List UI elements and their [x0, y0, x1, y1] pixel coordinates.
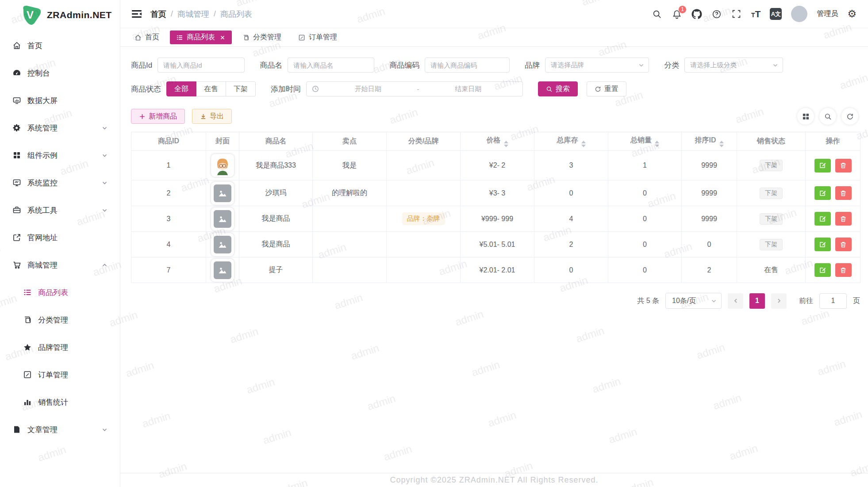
edit-button[interactable] — [814, 238, 831, 251]
breadcrumb-page[interactable]: 商品列表 — [220, 9, 252, 19]
sidebar-item-sales-stats[interactable]: 销售统计 — [0, 388, 120, 416]
sort-icon[interactable] — [504, 141, 508, 147]
sidebar-item-category[interactable]: 分类管理 — [0, 306, 120, 334]
sort-icon[interactable] — [655, 141, 659, 147]
sidebar-item-brand[interactable]: 品牌管理 — [0, 334, 120, 361]
product-cover-image[interactable] — [211, 207, 234, 230]
brand-select[interactable]: 请选择品牌 — [545, 58, 649, 73]
fullscreen-icon[interactable] — [731, 9, 742, 19]
sidebar-item-monitor[interactable]: 系统监控 — [0, 169, 120, 196]
breadcrumb-group[interactable]: 商城管理 — [177, 9, 209, 19]
avatar[interactable] — [791, 6, 807, 22]
sidebar: V ZRAdmin.NET 首页 控制台 数据大屏 系统管理 组件示例 系统 — [0, 0, 120, 487]
delete-button[interactable] — [835, 186, 852, 200]
sidebar-item-product-list[interactable]: 商品列表 — [0, 279, 120, 306]
sort-icon[interactable] — [719, 141, 724, 147]
sidebar-item-console[interactable]: 控制台 — [0, 59, 120, 87]
col-price[interactable]: 价格 — [461, 132, 534, 151]
col-sort-id[interactable]: 排序ID — [682, 132, 737, 151]
sidebar-item-components[interactable]: 组件示例 — [0, 142, 120, 169]
edit-button[interactable] — [814, 263, 831, 277]
filter-product-code: 商品编码 — [389, 58, 510, 73]
image-placeholder-icon — [214, 261, 231, 279]
product-cover-image[interactable] — [211, 259, 234, 282]
tab-home[interactable]: 首页 — [128, 31, 165, 44]
brand-logo[interactable]: V ZRAdmin.NET — [0, 0, 120, 29]
sidebar-item-system[interactable]: 系统管理 — [0, 114, 120, 142]
trash-icon — [840, 241, 847, 248]
edit-button[interactable] — [814, 212, 831, 226]
product-name-input[interactable] — [288, 58, 374, 73]
product-table: 商品ID 封面 商品名 卖点 分类/品牌 价格 总库存 总销量 排序ID 销售状… — [131, 132, 860, 283]
cell-actions — [806, 180, 860, 206]
cell-stock: 4 — [534, 206, 608, 232]
toggle-search-icon[interactable] — [819, 108, 836, 125]
product-id-input[interactable] — [157, 58, 245, 73]
edit-button[interactable] — [814, 159, 831, 173]
product-cover-image[interactable] — [211, 233, 234, 256]
edit-pencil-icon — [819, 162, 826, 169]
chevron-down-icon — [638, 62, 644, 68]
help-icon[interactable] — [711, 9, 722, 19]
breadcrumb: 首页 / 商城管理 / 商品列表 — [150, 9, 252, 19]
sidebar-item-tools[interactable]: 系统工具 — [0, 196, 120, 224]
sidebar-item-order[interactable]: 订单管理 — [0, 361, 120, 388]
page-number-current[interactable]: 1 — [749, 293, 765, 309]
col-sales[interactable]: 总销量 — [608, 132, 682, 151]
table-header-row: 商品ID 封面 商品名 卖点 分类/品牌 价格 总库存 总销量 排序ID 销售状… — [131, 132, 860, 151]
date-range-picker[interactable]: 开始日期 - 结束日期 — [306, 81, 523, 96]
sidebar-collapse-icon[interactable] — [131, 8, 142, 20]
date-end-placeholder: 结束日期 — [419, 85, 518, 93]
filter-label: 品牌 — [525, 60, 540, 70]
sidebar-item-label: 文章管理 — [27, 425, 58, 435]
delete-button[interactable] — [835, 159, 852, 173]
search-button[interactable]: 搜索 — [538, 81, 578, 96]
user-name[interactable]: 管理员 — [817, 9, 838, 19]
notifications-bell-icon[interactable]: 1 — [672, 9, 682, 19]
sidebar-item-datascreen[interactable]: 数据大屏 — [0, 87, 120, 114]
settings-gear-icon[interactable]: ⚙ — [847, 9, 856, 19]
sidebar-item-home[interactable]: 首页 — [0, 32, 120, 59]
add-product-button[interactable]: 新增商品 — [131, 109, 185, 124]
refresh-table-icon[interactable] — [841, 108, 858, 125]
sidebar-item-label: 官网地址 — [27, 233, 58, 243]
cell-actions — [806, 257, 860, 283]
edit-button[interactable] — [814, 186, 831, 200]
font-size-icon[interactable]: TT — [751, 9, 760, 19]
status-option-all[interactable]: 全部 — [166, 81, 196, 96]
filter-label: 商品Id — [131, 60, 152, 70]
delete-button[interactable] — [835, 212, 852, 226]
export-button[interactable]: 导出 — [192, 109, 232, 124]
delete-button[interactable] — [835, 238, 852, 251]
cell-sales: 0 — [608, 232, 682, 257]
goto-page-input[interactable] — [819, 293, 847, 309]
sort-icon[interactable] — [581, 141, 586, 147]
status-option-on-sale[interactable]: 在售 — [196, 81, 226, 96]
reset-button[interactable]: 重置 — [587, 81, 626, 96]
language-icon[interactable]: A文 — [770, 8, 782, 20]
close-icon[interactable] — [219, 35, 226, 41]
columns-grid-icon[interactable] — [797, 108, 814, 125]
tab-order[interactable]: 订单管理 — [292, 31, 343, 44]
sidebar-item-articles[interactable]: 文章管理 — [0, 416, 120, 443]
col-stock[interactable]: 总库存 — [534, 132, 608, 151]
search-icon[interactable] — [652, 9, 662, 19]
breadcrumb-home[interactable]: 首页 — [150, 9, 166, 19]
sidebar-item-website[interactable]: 官网地址 — [0, 224, 120, 251]
product-cover-image[interactable] — [211, 154, 234, 177]
github-icon[interactable] — [691, 9, 702, 19]
prev-page-button[interactable] — [728, 293, 743, 309]
external-link-icon — [12, 233, 21, 242]
cell-sales: 0 — [608, 180, 682, 206]
delete-button[interactable] — [835, 263, 852, 277]
sidebar-item-mall[interactable]: 商城管理 — [0, 251, 120, 279]
category-select[interactable]: 请选择上级分类 — [684, 58, 783, 73]
product-code-input[interactable] — [425, 58, 510, 73]
tab-product-list[interactable]: 商品列表 — [170, 31, 232, 44]
next-page-button[interactable] — [771, 293, 787, 309]
status-option-off-shelf[interactable]: 下架 — [226, 81, 256, 96]
tab-category[interactable]: 分类管理 — [236, 31, 288, 44]
product-cover-image[interactable] — [211, 182, 234, 205]
status-badge: 下架 — [760, 213, 783, 225]
page-size-select[interactable]: 10条/页 — [665, 293, 722, 309]
